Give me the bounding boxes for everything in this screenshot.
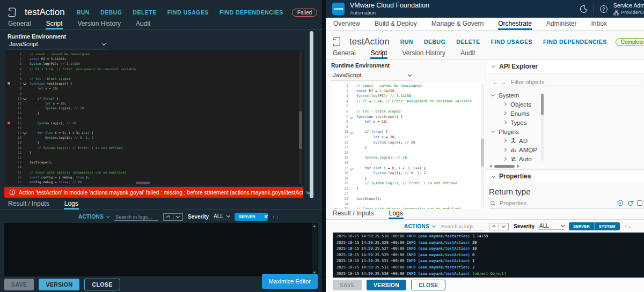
nav-tab-build-deploy[interactable]: Build & Deploy (375, 20, 417, 30)
tree-scrollbar[interactable] (541, 92, 544, 161)
fold-toggle[interactable] (21, 96, 28, 101)
tree-item-types[interactable]: Types (487, 118, 543, 127)
clear-icon[interactable] (617, 200, 624, 206)
action-link-find-usages[interactable]: FIND USAGES (491, 39, 532, 45)
save-button[interactable]: SAVE (4, 279, 34, 290)
nav-tab-inbox[interactable]: Inbox (591, 20, 607, 30)
breakpoint-gutter[interactable] (332, 181, 339, 186)
action-link-run[interactable]: RUN (400, 39, 413, 45)
expander-icon[interactable] (503, 139, 507, 143)
properties-header[interactable]: Properties (486, 169, 644, 183)
breakpoint-gutter[interactable] (332, 145, 339, 151)
breakpoint-gutter[interactable] (5, 179, 12, 184)
server-toggle[interactable]: SERVER (569, 222, 594, 230)
tree-item-auto[interactable]: Auto (487, 154, 543, 163)
breakpoint-gutter[interactable] (5, 150, 12, 155)
breakpoint-gutter[interactable] (332, 171, 339, 176)
editor-h-scrollbar[interactable] (136, 182, 150, 184)
code-editor[interactable]: 1// const - cannot be reassigned2const P… (5, 50, 304, 185)
pane-scrollbar[interactable] (310, 31, 313, 198)
breakpoint-gutter[interactable] (332, 99, 339, 104)
breakpoint-gutter[interactable] (332, 84, 339, 89)
help-icon[interactable]: ? (600, 5, 608, 13)
runtime-select[interactable]: JavaScript (8, 40, 107, 49)
filter-objects-input[interactable] (510, 78, 643, 86)
actions-menu[interactable]: ACTIONS (404, 223, 435, 229)
breakpoint-gutter[interactable] (5, 86, 12, 91)
breakpoint-gutter[interactable] (5, 160, 12, 164)
fold-toggle[interactable] (348, 166, 355, 171)
breakpoint-gutter[interactable] (5, 145, 12, 150)
fold-toggle[interactable] (21, 81, 28, 86)
breakpoint-gutter[interactable] (5, 66, 12, 71)
breakpoint-gutter[interactable] (5, 170, 12, 175)
breakpoint-gutter[interactable] (332, 197, 339, 202)
breakpoint-gutter[interactable] (5, 130, 12, 135)
action-link-find-dependencies[interactable]: FIND DEPENDENCIES (543, 39, 607, 45)
actions-menu[interactable]: ACTIONS (78, 214, 109, 220)
breakpoint-gutter[interactable] (5, 135, 12, 140)
expander-icon[interactable] (503, 102, 507, 106)
scroll-bottom-icon[interactable]: ↓ (628, 223, 631, 229)
severity-select[interactable]: ALL (539, 223, 564, 230)
breakpoint-gutter[interactable] (5, 164, 12, 169)
search-in-logs-input[interactable] (114, 213, 158, 221)
array-checkbox[interactable] (637, 200, 642, 206)
version-button[interactable]: VERSION (367, 280, 406, 290)
system-toggle[interactable]: SYSTEM (260, 213, 268, 221)
breakpoint-gutter[interactable] (332, 151, 339, 156)
breakpoint-gutter[interactable] (5, 76, 12, 81)
breakpoint-gutter[interactable] (5, 140, 12, 145)
breakpoint-gutter[interactable] (5, 61, 12, 66)
scroll-bottom-icon[interactable]: ↓ (276, 214, 279, 220)
breakpoint-gutter[interactable] (5, 81, 12, 86)
return-type-input[interactable]: Properties (500, 200, 613, 206)
breakpoint-gutter[interactable] (5, 115, 12, 120)
tab-audit[interactable]: Audit (460, 49, 475, 59)
search-next-button[interactable] (173, 213, 183, 221)
fold-toggle[interactable] (348, 115, 355, 120)
scroll-top-icon[interactable]: ↑ (625, 223, 627, 229)
breakpoint-gutter[interactable] (5, 121, 12, 125)
tab-result-inputs[interactable]: Result / Inputs (332, 209, 375, 219)
breakpoint-gutter[interactable] (5, 175, 12, 179)
breakpoint-gutter[interactable] (332, 119, 339, 125)
version-button[interactable]: VERSION (39, 279, 79, 290)
tree-h-scrollbar[interactable] (489, 164, 519, 168)
tab-version-history[interactable]: Version History (401, 49, 446, 59)
breakpoint-gutter[interactable] (5, 110, 12, 115)
breakpoint-gutter[interactable] (5, 96, 12, 101)
runtime-select[interactable]: JavaScript (331, 71, 413, 80)
fold-toggle[interactable] (21, 130, 28, 135)
scroll-top-icon[interactable]: ↑ (273, 214, 275, 220)
breakpoint-gutter[interactable] (332, 166, 339, 171)
breakpoint-gutter[interactable] (5, 125, 12, 130)
tab-script[interactable]: Script (370, 49, 388, 59)
breakpoint-gutter[interactable] (332, 135, 339, 140)
tree-item-ad[interactable]: AD (487, 136, 543, 145)
breakpoint-gutter[interactable] (332, 130, 339, 135)
tab-general[interactable]: General (332, 49, 356, 59)
user-menu[interactable]: Service Administr... ProviderConsu... (613, 2, 644, 16)
action-link-debug[interactable]: DEBUG (100, 9, 122, 16)
log-output[interactable] (4, 223, 318, 276)
expander-icon[interactable] (503, 111, 507, 115)
tab-audit[interactable]: Audit (135, 20, 151, 29)
back-icon[interactable]: ← (493, 79, 498, 85)
search-prev-button[interactable] (489, 223, 499, 230)
tree-item-system[interactable]: System (487, 91, 543, 100)
editor-scrollbar[interactable] (481, 84, 484, 207)
expander-icon[interactable] (503, 121, 507, 124)
breakpoint-gutter[interactable] (332, 176, 339, 182)
tree-item-objects[interactable]: Objects (487, 100, 543, 109)
tab-result-inputs[interactable]: Result / Inputs (8, 200, 50, 209)
action-link-find-dependencies[interactable]: FIND DEPENDENCIES (219, 9, 283, 16)
search-in-logs-input[interactable] (440, 223, 484, 230)
breakpoint-gutter[interactable] (5, 51, 12, 56)
action-link-run[interactable]: RUN (77, 9, 90, 16)
tree-item-amqp[interactable]: AMQP (487, 145, 543, 154)
nav-tab-orchestrate[interactable]: Orchestrate (498, 20, 532, 30)
expander-icon[interactable] (491, 93, 495, 96)
nav-tab-overview[interactable]: Overview (333, 20, 360, 30)
api-explorer-header[interactable]: API Explorer (486, 59, 644, 73)
